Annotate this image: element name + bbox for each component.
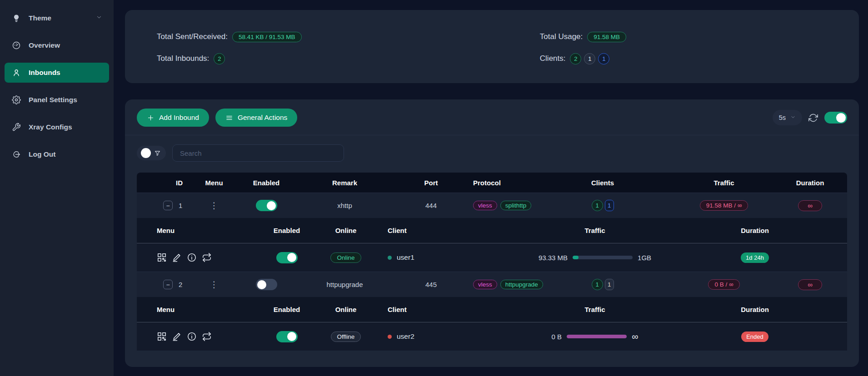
sidebar-item-inbounds[interactable]: Inbounds — [5, 63, 109, 83]
row-menu-dots-icon[interactable]: ⋮ — [210, 200, 219, 211]
stat-clients: Clients: 2 1 1 — [540, 53, 626, 64]
client-row-user2: Offline user2 0 B ∞ Ended — [137, 322, 847, 351]
protocol-tag: httpupgrade — [500, 280, 543, 289]
col-header-duration: Duration — [773, 179, 847, 187]
gear-icon — [11, 95, 21, 105]
sent-received-badge: 58.41 KB / 91.53 MB — [232, 32, 302, 42]
inbound-enabled-toggle[interactable] — [256, 200, 277, 211]
refresh-interval-select[interactable]: 5s — [773, 110, 802, 125]
client-count-badge: 1 — [592, 200, 603, 211]
toolbar: Add Inbound General Actions 5s — [137, 109, 847, 127]
client-enabled-toggle[interactable] — [276, 331, 298, 342]
sub-header-menu: Menu — [137, 227, 255, 234]
plus-icon — [147, 114, 155, 122]
refresh-icon[interactable] — [808, 113, 818, 123]
inbound-traffic-badge: 91.58 MB / ∞ — [700, 200, 748, 211]
filter-toggle[interactable] — [137, 146, 166, 160]
edit-icon[interactable] — [172, 252, 182, 262]
inbound-traffic-badge: 0 B / ∞ — [708, 279, 739, 290]
inbound-port: 445 — [389, 281, 473, 288]
sub-header-enabled: Enabled — [255, 227, 319, 234]
sidebar-item-label: Inbounds — [29, 69, 60, 77]
traffic-used: 93.33 MB — [539, 254, 568, 262]
inbound-row-2: − 2 ⋮ httpupgrade 445 vless httpupgrade … — [137, 272, 847, 297]
sidebar-item-label: Xray Configs — [29, 123, 72, 131]
sub-header-traffic: Traffic — [455, 306, 709, 313]
inbound-duration-badge: ∞ — [798, 279, 822, 290]
add-inbound-label: Add Inbound — [159, 114, 199, 122]
add-inbound-button[interactable]: Add Inbound — [137, 109, 209, 127]
clients-online-badge: 1 — [598, 53, 609, 64]
sidebar-item-overview[interactable]: Overview — [5, 35, 109, 55]
stats-card: Total Sent/Received: 58.41 KB / 91.53 MB… — [125, 10, 859, 83]
stats-left-column: Total Sent/Received: 58.41 KB / 91.53 MB… — [157, 31, 540, 83]
traffic-progress-bar — [573, 256, 633, 259]
client-count-badge: 1 — [592, 279, 603, 290]
client-menu-actions — [137, 252, 255, 262]
sidebar-item-label: Overview — [29, 41, 60, 49]
toggle-knob — [287, 253, 296, 262]
logout-icon — [11, 149, 21, 159]
client-duration-badge: Ended — [741, 331, 768, 342]
client-enabled-toggle[interactable] — [276, 252, 298, 263]
filter-toggle-knob — [141, 148, 151, 158]
sidebar-item-log-out[interactable]: Log Out — [5, 144, 109, 164]
info-icon[interactable] — [187, 252, 197, 262]
search-input[interactable] — [172, 144, 344, 162]
collapse-icon[interactable]: − — [163, 280, 173, 289]
collapse-icon[interactable]: − — [163, 201, 173, 210]
qrcode-icon[interactable] — [157, 331, 167, 341]
total-usage-badge: 91.58 MB — [587, 32, 626, 42]
info-icon[interactable] — [187, 331, 197, 341]
client-status-dot — [388, 335, 392, 339]
inbound-enabled-toggle[interactable] — [256, 279, 277, 290]
client-row-user1: Online user1 93.33 MB 1GB 1d 24h — [137, 243, 847, 272]
col-header-menu: Menu — [196, 179, 232, 187]
inbound-remark: httpupgrade — [300, 281, 389, 288]
traffic-progress-fill — [573, 256, 579, 259]
edit-icon[interactable] — [172, 331, 182, 341]
stat-total-usage: Total Usage: 91.58 MB — [540, 31, 626, 43]
repeat-icon[interactable] — [202, 252, 212, 262]
sidebar-item-panel-settings[interactable]: Panel Settings — [5, 90, 109, 110]
inbound-row-1: − 1 ⋮ xhttp 444 vless splithttp 1 1 — [137, 193, 847, 218]
clients-total-badge: 2 — [570, 53, 581, 64]
sub-header-client: Client — [373, 227, 455, 234]
gauge-icon — [11, 40, 21, 50]
sidebar-item-xray-configs[interactable]: Xray Configs — [5, 117, 109, 137]
qrcode-icon[interactable] — [157, 252, 167, 262]
app-root: Theme Overview Inbounds Panel Settings — [0, 0, 868, 376]
sub-header-duration: Duration — [709, 227, 800, 234]
stats-right-column: Total Usage: 91.58 MB Clients: 2 1 1 — [540, 31, 626, 83]
user-icon — [11, 68, 21, 78]
toggle-knob — [267, 201, 276, 210]
inbound-remark: xhttp — [300, 202, 389, 209]
clients-label: Clients: — [540, 54, 566, 63]
total-usage-label: Total Usage: — [540, 32, 583, 41]
auto-refresh-toggle[interactable] — [824, 112, 847, 124]
protocol-tag: vless — [473, 201, 497, 210]
sidebar-item-label: Theme — [29, 14, 51, 22]
col-header-enabled: Enabled — [232, 179, 300, 187]
inbound-id: 2 — [179, 281, 182, 288]
traffic-progress-bar — [567, 335, 627, 338]
traffic-used: 0 B — [552, 333, 562, 341]
traffic-total: ∞ — [632, 331, 638, 342]
protocol-tag: vless — [473, 280, 497, 289]
client-traffic-cell: 0 B ∞ — [455, 331, 709, 342]
general-actions-button[interactable]: General Actions — [215, 109, 297, 127]
repeat-icon[interactable] — [202, 331, 212, 341]
inbound-port: 444 — [389, 202, 473, 209]
traffic-progress-fill — [567, 335, 627, 338]
general-actions-label: General Actions — [238, 114, 287, 122]
col-header-clients: Clients — [559, 179, 646, 187]
inbounds-table: ID Menu Enabled Remark Port Protocol Cli… — [137, 173, 847, 351]
client-online-badge: 1 — [605, 200, 614, 211]
client-duration-badge: 1d 24h — [741, 252, 769, 263]
sidebar-item-label: Log Out — [29, 150, 55, 158]
row-menu-dots-icon[interactable]: ⋮ — [210, 279, 219, 290]
client-table-header: Menu Enabled Online Client Traffic Durat… — [137, 218, 847, 243]
col-header-remark: Remark — [300, 179, 389, 187]
toggle-knob — [836, 113, 846, 123]
sidebar-item-theme[interactable]: Theme — [5, 8, 109, 28]
